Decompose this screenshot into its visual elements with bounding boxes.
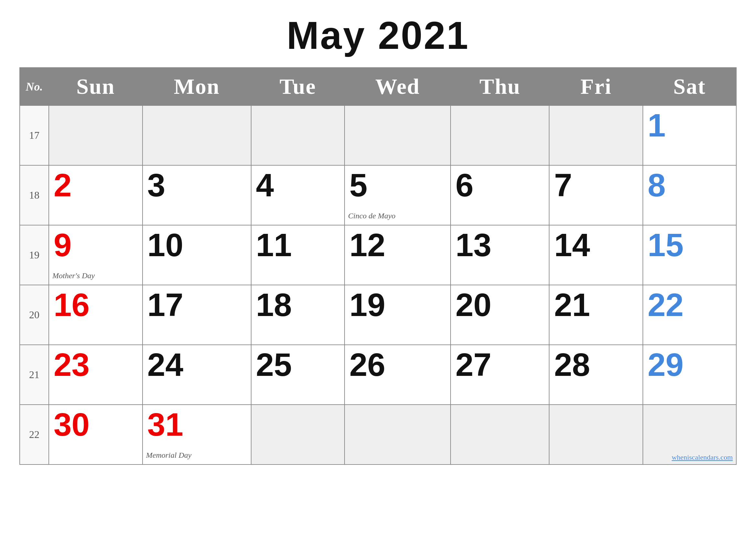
day-cell-w20-d0: 16 (49, 285, 143, 345)
day-cell-w18-d6: 8 (643, 165, 736, 225)
watermark-link[interactable]: wheniscalendars.com (672, 453, 733, 462)
day-cell-w19-d1: 10 (143, 225, 251, 285)
day-event: Memorial Day (146, 451, 192, 460)
day-cell-w18-d1: 3 (143, 165, 251, 225)
day-cell-w17-d2 (251, 105, 344, 165)
day-cell-w19-d3: 12 (344, 225, 450, 285)
day-number: 5 (349, 167, 367, 203)
day-cell-w18-d0: 2 (49, 165, 143, 225)
calendar-table: No. Sun Mon Tue Wed Thu Fri Sat 17118234… (19, 67, 737, 465)
week-number-17: 17 (20, 105, 49, 165)
day-number: 13 (455, 227, 491, 263)
day-number: 30 (54, 406, 90, 442)
day-cell-w17-d0 (49, 105, 143, 165)
header-tue: Tue (251, 68, 344, 105)
day-number: 7 (554, 167, 572, 203)
day-cell-w22-d6: wheniscalendars.com (643, 405, 736, 465)
day-number: 22 (648, 287, 684, 323)
week-number-21: 21 (20, 345, 49, 405)
day-number: 8 (648, 167, 666, 203)
calendar-title: May 2021 (287, 13, 470, 58)
day-number: 23 (54, 347, 90, 383)
week-row-21: 2123242526272829 (20, 345, 736, 405)
day-cell-w18-d3: 5Cinco de Mayo (344, 165, 450, 225)
day-cell-w19-d0: 9Mother's Day (49, 225, 143, 285)
day-number: 27 (455, 347, 491, 383)
day-cell-w20-d2: 18 (251, 285, 344, 345)
day-cell-w21-d6: 29 (643, 345, 736, 405)
day-number: 28 (554, 347, 590, 383)
day-cell-w22-d0: 30 (49, 405, 143, 465)
week-row-17: 171 (20, 105, 736, 165)
day-number: 31 (148, 406, 183, 442)
day-cell-w17-d5 (549, 105, 642, 165)
week-number-18: 18 (20, 165, 49, 225)
day-cell-w21-d2: 25 (251, 345, 344, 405)
day-cell-w20-d5: 21 (549, 285, 642, 345)
day-number: 15 (648, 227, 684, 263)
day-cell-w17-d1 (143, 105, 251, 165)
day-number: 21 (554, 287, 590, 323)
day-cell-w21-d5: 28 (549, 345, 642, 405)
day-number: 26 (349, 347, 385, 383)
day-number: 10 (148, 227, 183, 263)
day-cell-w22-d1: 31Memorial Day (143, 405, 251, 465)
week-number-22: 22 (20, 405, 49, 465)
day-number: 19 (349, 287, 385, 323)
day-cell-w19-d6: 15 (643, 225, 736, 285)
day-cell-w17-d3 (344, 105, 450, 165)
header-no-label: No. (20, 68, 49, 105)
day-number: 3 (148, 167, 166, 203)
week-row-22: 223031Memorial Daywheniscalendars.com (20, 405, 736, 465)
day-cell-w18-d5: 7 (549, 165, 642, 225)
week-number-20: 20 (20, 285, 49, 345)
day-cell-w22-d2 (251, 405, 344, 465)
day-number: 24 (148, 347, 183, 383)
week-row-19: 199Mother's Day101112131415 (20, 225, 736, 285)
day-cell-w19-d4: 13 (450, 225, 549, 285)
day-cell-w22-d4 (450, 405, 549, 465)
day-number: 11 (256, 227, 292, 263)
day-cell-w19-d2: 11 (251, 225, 344, 285)
day-cell-w22-d5 (549, 405, 642, 465)
header-sat: Sat (643, 68, 736, 105)
day-number: 2 (54, 167, 72, 203)
day-number: 6 (455, 167, 473, 203)
day-number: 1 (648, 107, 666, 143)
day-cell-w17-d6: 1 (643, 105, 736, 165)
day-event: Mother's Day (52, 271, 95, 280)
header-thu: Thu (450, 68, 549, 105)
day-cell-w18-d4: 6 (450, 165, 549, 225)
day-number: 12 (349, 227, 385, 263)
day-cell-w20-d3: 19 (344, 285, 450, 345)
day-number: 20 (455, 287, 491, 323)
header-wed: Wed (344, 68, 450, 105)
day-number: 14 (554, 227, 590, 263)
header-sun: Sun (49, 68, 143, 105)
day-cell-w20-d6: 22 (643, 285, 736, 345)
day-number: 17 (148, 287, 183, 323)
day-cell-w20-d4: 20 (450, 285, 549, 345)
day-cell-w21-d0: 23 (49, 345, 143, 405)
day-number: 9 (54, 227, 72, 263)
day-number: 4 (256, 167, 274, 203)
day-cell-w21-d4: 27 (450, 345, 549, 405)
day-cell-w19-d5: 14 (549, 225, 642, 285)
day-cell-w20-d1: 17 (143, 285, 251, 345)
day-number: 25 (256, 347, 292, 383)
day-cell-w21-d3: 26 (344, 345, 450, 405)
day-number: 16 (54, 287, 90, 323)
day-number: 29 (648, 347, 684, 383)
header-row: No. Sun Mon Tue Wed Thu Fri Sat (20, 68, 736, 105)
header-fri: Fri (549, 68, 642, 105)
day-event: Cinco de Mayo (348, 211, 395, 220)
day-cell-w21-d1: 24 (143, 345, 251, 405)
day-number: 18 (256, 287, 292, 323)
day-cell-w18-d2: 4 (251, 165, 344, 225)
day-cell-w22-d3 (344, 405, 450, 465)
day-cell-w17-d4 (450, 105, 549, 165)
week-row-18: 182345Cinco de Mayo678 (20, 165, 736, 225)
header-mon: Mon (143, 68, 251, 105)
week-row-20: 2016171819202122 (20, 285, 736, 345)
week-number-19: 19 (20, 225, 49, 285)
